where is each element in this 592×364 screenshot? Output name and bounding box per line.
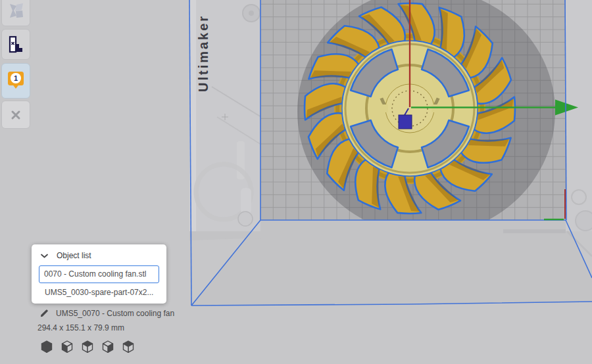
view-right-cube-icon — [121, 340, 136, 354]
object-list-header[interactable]: Object list — [39, 250, 159, 261]
settings-count-marker-button[interactable]: 1 — [1, 63, 30, 99]
view-top-cube-icon — [80, 340, 95, 354]
printer-brand-text: Ultimaker — [196, 14, 210, 92]
mirror-icon — [6, 1, 26, 20]
view-3d-cube-icon — [39, 340, 54, 354]
per-model-settings-button[interactable] — [1, 29, 30, 60]
object-list-item[interactable]: UMS5_0030-spare-part-07x2... — [39, 283, 159, 300]
object-list-title: Object list — [57, 251, 91, 260]
view-right-button[interactable] — [121, 339, 136, 355]
close-icon — [7, 106, 24, 124]
selected-object-dimensions: 294.4 x 155.1 x 79.9 mm — [37, 323, 124, 332]
view-front-button[interactable] — [60, 339, 74, 355]
camera-view-buttons — [39, 339, 136, 355]
object-list-panel: Object list 0070 - Custom cooling fan.st… — [32, 244, 166, 304]
marker-count: 1 — [14, 74, 18, 82]
mirror-tool-button[interactable] — [1, 0, 30, 26]
clear-settings-button[interactable] — [1, 101, 30, 129]
marker-pin-icon: 1 — [5, 70, 26, 92]
selected-object-row: UMS5_0070 - Custom cooling fan — [39, 308, 174, 318]
rename-pencil-icon[interactable] — [39, 308, 49, 318]
object-list-item-selected[interactable]: 0070 - Custom cooling fan.stl — [39, 265, 159, 283]
view-front-cube-icon — [60, 340, 74, 354]
per-model-settings-icon — [7, 35, 25, 55]
selected-object-name: UMS5_0070 - Custom cooling fan — [56, 309, 174, 318]
view-left-cube-icon — [101, 340, 115, 354]
chevron-down-icon — [41, 254, 48, 258]
view-left-button[interactable] — [101, 339, 115, 355]
view-top-button[interactable] — [80, 339, 95, 355]
view-3d-button[interactable] — [39, 339, 54, 355]
move-handle-square[interactable] — [399, 115, 412, 129]
